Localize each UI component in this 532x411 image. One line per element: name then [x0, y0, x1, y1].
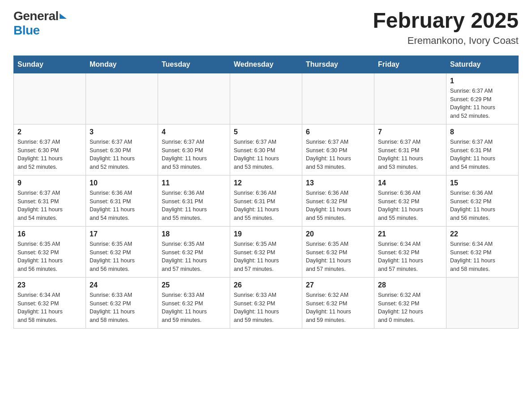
calendar-cell: 2Sunrise: 6:37 AM Sunset: 6:30 PM Daylig…: [14, 124, 86, 175]
calendar-cell: 4Sunrise: 6:37 AM Sunset: 6:30 PM Daylig…: [158, 124, 230, 175]
calendar-cell: 21Sunrise: 6:34 AM Sunset: 6:32 PM Dayli…: [374, 226, 446, 277]
day-number: 26: [234, 281, 298, 289]
calendar-cell: [302, 73, 374, 124]
calendar-week-row: 9Sunrise: 6:37 AM Sunset: 6:31 PM Daylig…: [14, 175, 519, 226]
calendar-cell: [374, 73, 446, 124]
day-info: Sunrise: 6:36 AM Sunset: 6:32 PM Dayligh…: [306, 189, 370, 223]
calendar-body: 1Sunrise: 6:37 AM Sunset: 6:29 PM Daylig…: [14, 73, 519, 328]
calendar-cell: 12Sunrise: 6:36 AM Sunset: 6:31 PM Dayli…: [230, 175, 302, 226]
calendar-cell: 1Sunrise: 6:37 AM Sunset: 6:29 PM Daylig…: [446, 73, 519, 124]
day-info: Sunrise: 6:34 AM Sunset: 6:32 PM Dayligh…: [450, 240, 515, 274]
day-header-thursday: Thursday: [302, 56, 374, 73]
day-number: 17: [90, 230, 154, 238]
calendar-cell: 3Sunrise: 6:37 AM Sunset: 6:30 PM Daylig…: [86, 124, 158, 175]
calendar-cell: 6Sunrise: 6:37 AM Sunset: 6:30 PM Daylig…: [302, 124, 374, 175]
calendar-cell: 8Sunrise: 6:37 AM Sunset: 6:31 PM Daylig…: [446, 124, 519, 175]
day-header-saturday: Saturday: [446, 56, 519, 73]
day-info: Sunrise: 6:37 AM Sunset: 6:30 PM Dayligh…: [162, 138, 226, 171]
day-number: 6: [306, 128, 370, 136]
day-number: 22: [450, 230, 515, 238]
day-number: 8: [450, 128, 515, 136]
calendar-cell: 13Sunrise: 6:36 AM Sunset: 6:32 PM Dayli…: [302, 175, 374, 226]
calendar-cell: [14, 73, 86, 124]
calendar-cell: 14Sunrise: 6:36 AM Sunset: 6:32 PM Dayli…: [374, 175, 446, 226]
day-info: Sunrise: 6:37 AM Sunset: 6:31 PM Dayligh…: [17, 189, 82, 223]
day-number: 19: [234, 230, 298, 238]
calendar-week-row: 2Sunrise: 6:37 AM Sunset: 6:30 PM Daylig…: [14, 124, 519, 175]
calendar-cell: 5Sunrise: 6:37 AM Sunset: 6:30 PM Daylig…: [230, 124, 302, 175]
day-info: Sunrise: 6:36 AM Sunset: 6:32 PM Dayligh…: [450, 189, 515, 223]
calendar-cell: 17Sunrise: 6:35 AM Sunset: 6:32 PM Dayli…: [86, 226, 158, 277]
day-info: Sunrise: 6:33 AM Sunset: 6:32 PM Dayligh…: [234, 291, 298, 325]
day-info: Sunrise: 6:33 AM Sunset: 6:32 PM Dayligh…: [162, 291, 226, 325]
title-section: February 2025 Eremankono, Ivory Coast: [373, 9, 519, 47]
day-info: Sunrise: 6:34 AM Sunset: 6:32 PM Dayligh…: [378, 240, 442, 274]
calendar-cell: [158, 73, 230, 124]
calendar-week-row: 16Sunrise: 6:35 AM Sunset: 6:32 PM Dayli…: [14, 226, 519, 277]
calendar-subtitle: Eremankono, Ivory Coast: [373, 35, 519, 47]
day-number: 1: [450, 77, 515, 85]
day-info: Sunrise: 6:36 AM Sunset: 6:32 PM Dayligh…: [378, 189, 442, 223]
page-header: General Blue February 2025 Eremankono, I…: [13, 9, 519, 47]
calendar-cell: 22Sunrise: 6:34 AM Sunset: 6:32 PM Dayli…: [446, 226, 519, 277]
calendar-header-row: SundayMondayTuesdayWednesdayThursdayFrid…: [14, 56, 519, 73]
calendar-cell: 20Sunrise: 6:35 AM Sunset: 6:32 PM Dayli…: [302, 226, 374, 277]
day-number: 23: [17, 281, 82, 289]
day-number: 4: [162, 128, 226, 136]
day-info: Sunrise: 6:35 AM Sunset: 6:32 PM Dayligh…: [234, 240, 298, 274]
day-info: Sunrise: 6:37 AM Sunset: 6:30 PM Dayligh…: [90, 138, 154, 171]
calendar-week-row: 23Sunrise: 6:34 AM Sunset: 6:32 PM Dayli…: [14, 277, 519, 328]
calendar-cell: 19Sunrise: 6:35 AM Sunset: 6:32 PM Dayli…: [230, 226, 302, 277]
day-info: Sunrise: 6:34 AM Sunset: 6:32 PM Dayligh…: [17, 291, 82, 325]
calendar-cell: 16Sunrise: 6:35 AM Sunset: 6:32 PM Dayli…: [14, 226, 86, 277]
day-number: 2: [17, 128, 82, 136]
calendar-title: February 2025: [373, 9, 519, 33]
calendar-cell: 23Sunrise: 6:34 AM Sunset: 6:32 PM Dayli…: [14, 277, 86, 328]
logo-triangle-icon: [60, 13, 67, 19]
day-info: Sunrise: 6:35 AM Sunset: 6:32 PM Dayligh…: [17, 240, 82, 274]
day-info: Sunrise: 6:37 AM Sunset: 6:30 PM Dayligh…: [306, 138, 370, 171]
calendar-cell: 10Sunrise: 6:36 AM Sunset: 6:31 PM Dayli…: [86, 175, 158, 226]
day-info: Sunrise: 6:37 AM Sunset: 6:31 PM Dayligh…: [378, 138, 442, 171]
day-header-wednesday: Wednesday: [230, 56, 302, 73]
day-number: 13: [306, 179, 370, 187]
day-number: 21: [378, 230, 442, 238]
day-header-tuesday: Tuesday: [158, 56, 230, 73]
calendar-cell: 18Sunrise: 6:35 AM Sunset: 6:32 PM Dayli…: [158, 226, 230, 277]
day-number: 10: [90, 179, 154, 187]
calendar-cell: 25Sunrise: 6:33 AM Sunset: 6:32 PM Dayli…: [158, 277, 230, 328]
calendar-cell: 15Sunrise: 6:36 AM Sunset: 6:32 PM Dayli…: [446, 175, 519, 226]
day-number: 27: [306, 281, 370, 289]
calendar-cell: [86, 73, 158, 124]
calendar-cell: 24Sunrise: 6:33 AM Sunset: 6:32 PM Dayli…: [86, 277, 158, 328]
calendar-cell: 26Sunrise: 6:33 AM Sunset: 6:32 PM Dayli…: [230, 277, 302, 328]
day-number: 20: [306, 230, 370, 238]
day-number: 25: [162, 281, 226, 289]
day-number: 3: [90, 128, 154, 136]
day-number: 16: [17, 230, 82, 238]
day-info: Sunrise: 6:36 AM Sunset: 6:31 PM Dayligh…: [234, 189, 298, 223]
day-header-friday: Friday: [374, 56, 446, 73]
day-number: 7: [378, 128, 442, 136]
calendar-cell: [230, 73, 302, 124]
day-info: Sunrise: 6:37 AM Sunset: 6:31 PM Dayligh…: [450, 138, 515, 171]
calendar-week-row: 1Sunrise: 6:37 AM Sunset: 6:29 PM Daylig…: [14, 73, 519, 124]
day-info: Sunrise: 6:37 AM Sunset: 6:29 PM Dayligh…: [450, 87, 515, 120]
day-info: Sunrise: 6:37 AM Sunset: 6:30 PM Dayligh…: [17, 138, 82, 171]
day-number: 12: [234, 179, 298, 187]
day-info: Sunrise: 6:35 AM Sunset: 6:32 PM Dayligh…: [306, 240, 370, 274]
day-info: Sunrise: 6:35 AM Sunset: 6:32 PM Dayligh…: [162, 240, 226, 274]
day-info: Sunrise: 6:32 AM Sunset: 6:32 PM Dayligh…: [378, 291, 442, 325]
logo-blue-text: Blue: [13, 23, 40, 38]
logo-general-text: General: [13, 9, 59, 23]
calendar-cell: 11Sunrise: 6:36 AM Sunset: 6:31 PM Dayli…: [158, 175, 230, 226]
day-header-sunday: Sunday: [14, 56, 86, 73]
day-header-monday: Monday: [86, 56, 158, 73]
calendar-cell: [446, 277, 519, 328]
day-info: Sunrise: 6:37 AM Sunset: 6:30 PM Dayligh…: [234, 138, 298, 171]
day-number: 28: [378, 281, 442, 289]
day-number: 11: [162, 179, 226, 187]
day-number: 24: [90, 281, 154, 289]
calendar-cell: 27Sunrise: 6:32 AM Sunset: 6:32 PM Dayli…: [302, 277, 374, 328]
day-number: 18: [162, 230, 226, 238]
